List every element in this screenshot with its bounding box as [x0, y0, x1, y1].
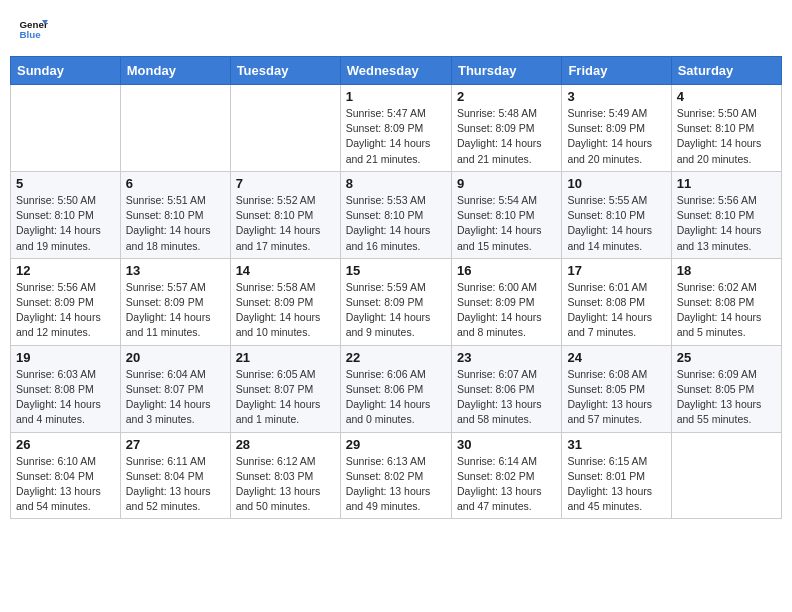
day-info: Sunrise: 6:02 AM Sunset: 8:08 PM Dayligh…	[677, 280, 776, 341]
day-info: Sunrise: 5:52 AM Sunset: 8:10 PM Dayligh…	[236, 193, 335, 254]
day-number: 5	[16, 176, 115, 191]
calendar-cell-w1d2: 7Sunrise: 5:52 AM Sunset: 8:10 PM Daylig…	[230, 171, 340, 258]
day-info: Sunrise: 5:59 AM Sunset: 8:09 PM Dayligh…	[346, 280, 446, 341]
day-info: Sunrise: 5:54 AM Sunset: 8:10 PM Dayligh…	[457, 193, 556, 254]
day-info: Sunrise: 6:11 AM Sunset: 8:04 PM Dayligh…	[126, 454, 225, 515]
day-info: Sunrise: 5:56 AM Sunset: 8:10 PM Dayligh…	[677, 193, 776, 254]
calendar-cell-w4d1: 27Sunrise: 6:11 AM Sunset: 8:04 PM Dayli…	[120, 432, 230, 519]
calendar-cell-w4d6	[671, 432, 781, 519]
day-number: 15	[346, 263, 446, 278]
day-info: Sunrise: 5:51 AM Sunset: 8:10 PM Dayligh…	[126, 193, 225, 254]
weekday-header-wednesday: Wednesday	[340, 57, 451, 85]
day-info: Sunrise: 6:07 AM Sunset: 8:06 PM Dayligh…	[457, 367, 556, 428]
day-info: Sunrise: 6:08 AM Sunset: 8:05 PM Dayligh…	[567, 367, 665, 428]
day-number: 4	[677, 89, 776, 104]
weekday-header-sunday: Sunday	[11, 57, 121, 85]
page-header: General Blue	[10, 10, 782, 48]
day-info: Sunrise: 6:06 AM Sunset: 8:06 PM Dayligh…	[346, 367, 446, 428]
day-info: Sunrise: 5:58 AM Sunset: 8:09 PM Dayligh…	[236, 280, 335, 341]
day-number: 7	[236, 176, 335, 191]
weekday-header-saturday: Saturday	[671, 57, 781, 85]
calendar-cell-w1d0: 5Sunrise: 5:50 AM Sunset: 8:10 PM Daylig…	[11, 171, 121, 258]
day-number: 28	[236, 437, 335, 452]
day-info: Sunrise: 5:49 AM Sunset: 8:09 PM Dayligh…	[567, 106, 665, 167]
logo: General Blue	[18, 14, 48, 44]
day-number: 29	[346, 437, 446, 452]
day-info: Sunrise: 6:09 AM Sunset: 8:05 PM Dayligh…	[677, 367, 776, 428]
weekday-header-thursday: Thursday	[451, 57, 561, 85]
calendar-cell-w4d2: 28Sunrise: 6:12 AM Sunset: 8:03 PM Dayli…	[230, 432, 340, 519]
calendar-cell-w4d3: 29Sunrise: 6:13 AM Sunset: 8:02 PM Dayli…	[340, 432, 451, 519]
day-number: 19	[16, 350, 115, 365]
day-number: 22	[346, 350, 446, 365]
calendar-cell-w1d1: 6Sunrise: 5:51 AM Sunset: 8:10 PM Daylig…	[120, 171, 230, 258]
day-info: Sunrise: 5:56 AM Sunset: 8:09 PM Dayligh…	[16, 280, 115, 341]
calendar-cell-w3d3: 22Sunrise: 6:06 AM Sunset: 8:06 PM Dayli…	[340, 345, 451, 432]
day-number: 12	[16, 263, 115, 278]
day-number: 18	[677, 263, 776, 278]
calendar-cell-w3d1: 20Sunrise: 6:04 AM Sunset: 8:07 PM Dayli…	[120, 345, 230, 432]
day-number: 26	[16, 437, 115, 452]
day-number: 24	[567, 350, 665, 365]
day-number: 14	[236, 263, 335, 278]
logo-icon: General Blue	[18, 14, 48, 44]
calendar-cell-w4d4: 30Sunrise: 6:14 AM Sunset: 8:02 PM Dayli…	[451, 432, 561, 519]
weekday-header-friday: Friday	[562, 57, 671, 85]
svg-text:Blue: Blue	[20, 29, 42, 40]
day-number: 3	[567, 89, 665, 104]
day-number: 17	[567, 263, 665, 278]
weekday-header-monday: Monday	[120, 57, 230, 85]
calendar-cell-w2d5: 17Sunrise: 6:01 AM Sunset: 8:08 PM Dayli…	[562, 258, 671, 345]
calendar-cell-w1d5: 10Sunrise: 5:55 AM Sunset: 8:10 PM Dayli…	[562, 171, 671, 258]
calendar-cell-w0d0	[11, 85, 121, 172]
calendar-cell-w3d5: 24Sunrise: 6:08 AM Sunset: 8:05 PM Dayli…	[562, 345, 671, 432]
calendar-cell-w3d6: 25Sunrise: 6:09 AM Sunset: 8:05 PM Dayli…	[671, 345, 781, 432]
day-info: Sunrise: 5:50 AM Sunset: 8:10 PM Dayligh…	[16, 193, 115, 254]
day-info: Sunrise: 6:14 AM Sunset: 8:02 PM Dayligh…	[457, 454, 556, 515]
day-info: Sunrise: 5:47 AM Sunset: 8:09 PM Dayligh…	[346, 106, 446, 167]
calendar-cell-w2d4: 16Sunrise: 6:00 AM Sunset: 8:09 PM Dayli…	[451, 258, 561, 345]
day-number: 30	[457, 437, 556, 452]
day-info: Sunrise: 5:53 AM Sunset: 8:10 PM Dayligh…	[346, 193, 446, 254]
calendar-cell-w0d6: 4Sunrise: 5:50 AM Sunset: 8:10 PM Daylig…	[671, 85, 781, 172]
calendar-cell-w3d2: 21Sunrise: 6:05 AM Sunset: 8:07 PM Dayli…	[230, 345, 340, 432]
day-info: Sunrise: 6:04 AM Sunset: 8:07 PM Dayligh…	[126, 367, 225, 428]
calendar-cell-w2d6: 18Sunrise: 6:02 AM Sunset: 8:08 PM Dayli…	[671, 258, 781, 345]
calendar-cell-w0d1	[120, 85, 230, 172]
day-number: 16	[457, 263, 556, 278]
day-number: 6	[126, 176, 225, 191]
day-info: Sunrise: 6:00 AM Sunset: 8:09 PM Dayligh…	[457, 280, 556, 341]
day-number: 27	[126, 437, 225, 452]
day-number: 23	[457, 350, 556, 365]
day-number: 11	[677, 176, 776, 191]
calendar-cell-w0d3: 1Sunrise: 5:47 AM Sunset: 8:09 PM Daylig…	[340, 85, 451, 172]
day-info: Sunrise: 5:55 AM Sunset: 8:10 PM Dayligh…	[567, 193, 665, 254]
calendar-cell-w2d3: 15Sunrise: 5:59 AM Sunset: 8:09 PM Dayli…	[340, 258, 451, 345]
calendar-cell-w0d5: 3Sunrise: 5:49 AM Sunset: 8:09 PM Daylig…	[562, 85, 671, 172]
calendar-cell-w0d2	[230, 85, 340, 172]
day-number: 10	[567, 176, 665, 191]
calendar-cell-w2d2: 14Sunrise: 5:58 AM Sunset: 8:09 PM Dayli…	[230, 258, 340, 345]
calendar-cell-w3d4: 23Sunrise: 6:07 AM Sunset: 8:06 PM Dayli…	[451, 345, 561, 432]
day-info: Sunrise: 5:50 AM Sunset: 8:10 PM Dayligh…	[677, 106, 776, 167]
day-number: 13	[126, 263, 225, 278]
calendar-cell-w4d0: 26Sunrise: 6:10 AM Sunset: 8:04 PM Dayli…	[11, 432, 121, 519]
day-info: Sunrise: 6:01 AM Sunset: 8:08 PM Dayligh…	[567, 280, 665, 341]
day-info: Sunrise: 6:13 AM Sunset: 8:02 PM Dayligh…	[346, 454, 446, 515]
day-info: Sunrise: 5:48 AM Sunset: 8:09 PM Dayligh…	[457, 106, 556, 167]
calendar-cell-w2d0: 12Sunrise: 5:56 AM Sunset: 8:09 PM Dayli…	[11, 258, 121, 345]
calendar-cell-w1d6: 11Sunrise: 5:56 AM Sunset: 8:10 PM Dayli…	[671, 171, 781, 258]
day-info: Sunrise: 6:10 AM Sunset: 8:04 PM Dayligh…	[16, 454, 115, 515]
calendar-cell-w4d5: 31Sunrise: 6:15 AM Sunset: 8:01 PM Dayli…	[562, 432, 671, 519]
calendar-table: SundayMondayTuesdayWednesdayThursdayFrid…	[10, 56, 782, 519]
weekday-header-tuesday: Tuesday	[230, 57, 340, 85]
calendar-cell-w1d3: 8Sunrise: 5:53 AM Sunset: 8:10 PM Daylig…	[340, 171, 451, 258]
day-info: Sunrise: 5:57 AM Sunset: 8:09 PM Dayligh…	[126, 280, 225, 341]
calendar-cell-w0d4: 2Sunrise: 5:48 AM Sunset: 8:09 PM Daylig…	[451, 85, 561, 172]
day-number: 9	[457, 176, 556, 191]
day-number: 1	[346, 89, 446, 104]
day-info: Sunrise: 6:03 AM Sunset: 8:08 PM Dayligh…	[16, 367, 115, 428]
day-info: Sunrise: 6:12 AM Sunset: 8:03 PM Dayligh…	[236, 454, 335, 515]
calendar-cell-w1d4: 9Sunrise: 5:54 AM Sunset: 8:10 PM Daylig…	[451, 171, 561, 258]
day-info: Sunrise: 6:15 AM Sunset: 8:01 PM Dayligh…	[567, 454, 665, 515]
